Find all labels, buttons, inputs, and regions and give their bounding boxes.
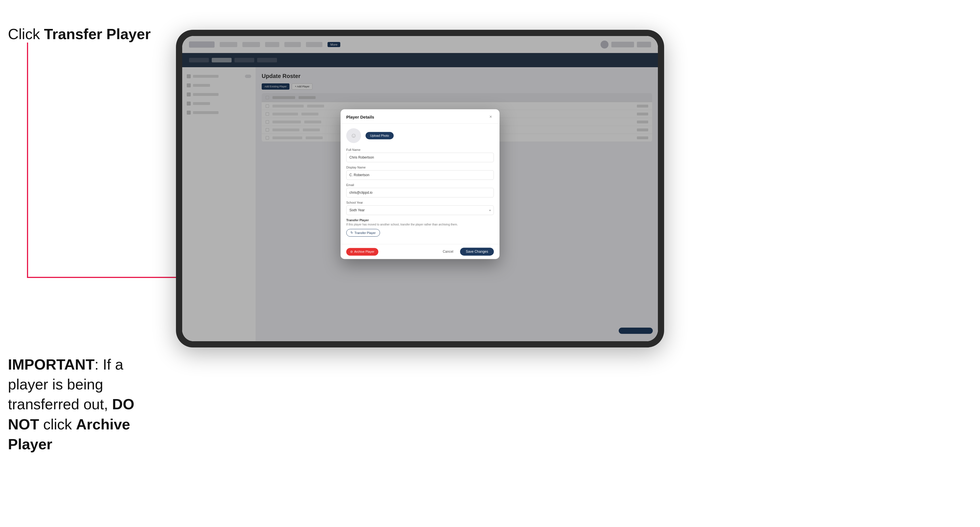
modal-title: Player Details [346, 114, 374, 119]
email-field[interactable]: chris@clippd.io [346, 188, 494, 197]
upload-photo-button[interactable]: Upload Photo [366, 132, 394, 139]
chevron-down-icon: ▾ [489, 209, 491, 212]
cancel-button[interactable]: Cancel [439, 248, 457, 256]
transfer-player-button[interactable]: ↻ Transfer Player [346, 229, 380, 237]
modal-body: ☺ Upload Photo Full Name Chris Robertson… [340, 124, 500, 244]
archive-player-button[interactable]: ⊘ Archive Player [346, 248, 378, 256]
avatar-section: ☺ Upload Photo [346, 128, 494, 143]
school-year-label: School Year [346, 201, 494, 204]
close-icon[interactable]: × [488, 114, 494, 120]
instruction-prefix: Click [8, 26, 44, 42]
email-label: Email [346, 183, 494, 187]
tablet-device: More [176, 30, 664, 348]
arrow-vertical-line [27, 43, 28, 278]
save-changes-button[interactable]: Save Changes [460, 248, 494, 256]
refresh-icon: ↻ [350, 231, 353, 235]
instruction-bold: Transfer Player [44, 26, 151, 42]
transfer-section-label: Transfer Player [346, 218, 494, 222]
instruction-bottom: IMPORTANT: If a player is being transfer… [8, 354, 161, 454]
school-year-group: School Year Sixth Year ▾ [346, 201, 494, 215]
full-name-label: Full Name [346, 148, 494, 151]
transfer-btn-label: Transfer Player [355, 231, 376, 235]
transfer-description: If this player has moved to another scho… [346, 223, 494, 227]
full-name-field[interactable]: Chris Robertson [346, 152, 494, 162]
avatar: ☺ [346, 128, 361, 143]
display-name-field[interactable]: C. Robertson [346, 170, 494, 180]
instruction-end: click [39, 416, 76, 433]
player-details-modal: Player Details × ☺ Upload Photo Full Nam… [340, 109, 500, 259]
transfer-section: Transfer Player If this player has moved… [346, 218, 494, 237]
school-year-select[interactable]: Sixth Year ▾ [346, 205, 494, 215]
modal-header: Player Details × [340, 109, 500, 124]
archive-icon: ⊘ [350, 250, 353, 254]
important-label: IMPORTANT [8, 356, 94, 373]
email-group: Email chris@clippd.io [346, 183, 494, 197]
instruction-top: Click Transfer Player [8, 25, 151, 43]
archive-btn-label: Archive Player [354, 250, 374, 253]
display-name-label: Display Name [346, 166, 494, 169]
modal-footer: ⊘ Archive Player Cancel Save Changes [340, 244, 500, 259]
full-name-group: Full Name Chris Robertson [346, 148, 494, 162]
tablet-screen: More [182, 36, 658, 341]
user-icon: ☺ [350, 132, 357, 139]
display-name-group: Display Name C. Robertson [346, 166, 494, 180]
